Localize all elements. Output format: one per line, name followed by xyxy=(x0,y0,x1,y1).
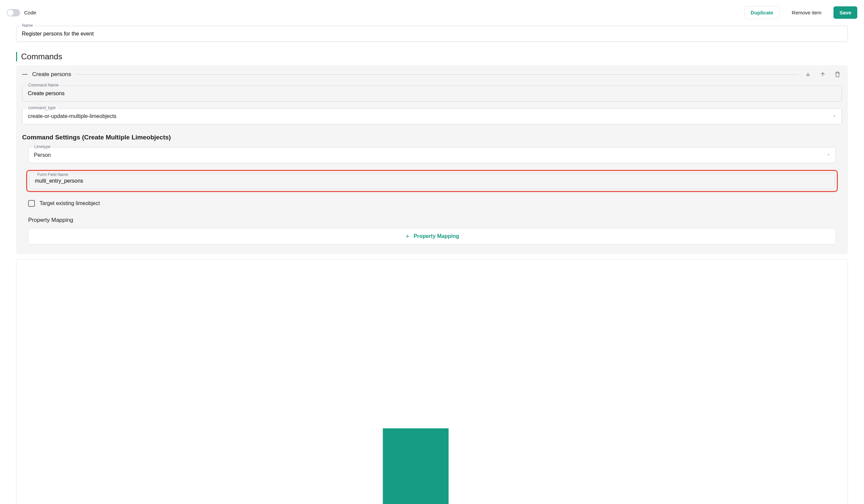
command-name-label: Command Name xyxy=(27,83,60,87)
command-settings-title: Command Settings (Create Multiple Limeob… xyxy=(22,134,842,141)
top-left-group: Code xyxy=(7,9,36,16)
add-commands-button[interactable]: Commands xyxy=(16,259,848,504)
code-toggle-label: Code xyxy=(24,10,36,15)
name-field-container: Name xyxy=(16,26,848,42)
card-header-right xyxy=(804,70,842,79)
move-down-button[interactable] xyxy=(804,70,812,79)
target-existing-label: Target existing limeobject xyxy=(39,200,100,206)
arrow-down-icon xyxy=(805,71,811,77)
limetype-label: Limetype xyxy=(33,145,52,149)
plus-icon xyxy=(21,264,810,504)
command-name-input[interactable] xyxy=(22,85,842,101)
name-field-label: Name xyxy=(21,23,34,28)
property-mapping-title: Property Mapping xyxy=(28,217,842,223)
trash-icon xyxy=(835,71,841,77)
target-existing-row: Target existing limeobject xyxy=(28,200,842,207)
form-field-name-field: Form Field Name xyxy=(29,173,835,189)
collapse-icon[interactable] xyxy=(22,74,27,75)
command-type-select[interactable]: create-or-update-multiple-limeobjects xyxy=(22,108,842,124)
command-type-label: command_type xyxy=(27,106,57,110)
command-name-field: Command Name xyxy=(22,85,842,101)
duplicate-button[interactable]: Duplicate xyxy=(744,6,780,19)
limetype-select[interactable]: Person xyxy=(28,147,836,163)
remove-item-button[interactable]: Remove item xyxy=(786,7,827,19)
target-existing-checkbox[interactable] xyxy=(28,200,35,207)
delete-button[interactable] xyxy=(833,70,842,79)
move-up-button[interactable] xyxy=(818,70,827,79)
name-input[interactable] xyxy=(16,26,848,42)
command-title: Create persons xyxy=(32,71,71,78)
command-type-field: command_type create-or-update-multiple-l… xyxy=(22,108,842,124)
code-toggle[interactable] xyxy=(7,9,20,16)
command-card: Create persons Command Name command_type… xyxy=(16,65,848,254)
form-field-label: Form Field Name xyxy=(36,172,70,177)
limetype-field: Limetype Person xyxy=(28,147,836,163)
header-divider xyxy=(76,74,798,75)
add-property-mapping-button[interactable]: Property Mapping xyxy=(28,228,836,244)
top-bar: Code Duplicate Remove item Save xyxy=(7,3,857,26)
form-field-name-input[interactable] xyxy=(29,173,835,189)
arrow-up-icon xyxy=(820,71,826,77)
card-header-left: Create persons xyxy=(22,71,71,78)
top-right-group: Duplicate Remove item Save xyxy=(744,6,857,19)
plus-icon xyxy=(405,234,410,239)
save-button[interactable]: Save xyxy=(833,7,857,19)
form-field-highlight: Form Field Name xyxy=(26,170,838,192)
add-property-mapping-label: Property Mapping xyxy=(413,233,459,239)
commands-heading: Commands xyxy=(16,52,857,61)
card-header: Create persons xyxy=(22,70,842,79)
